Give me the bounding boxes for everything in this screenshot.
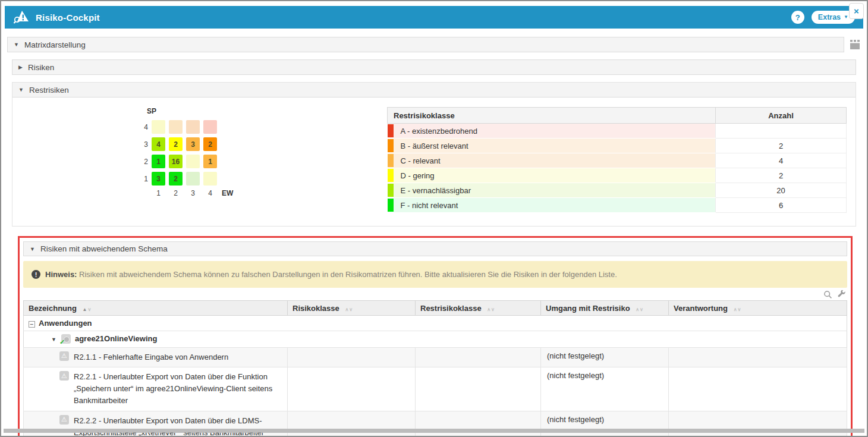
class-label: D - gering [401, 171, 435, 180]
section-risiken-label: Risiken [28, 63, 54, 72]
class-color-chip [388, 124, 394, 137]
risk-umgang: (nicht festgelegt) [541, 367, 669, 411]
app-label: agree21OnlineViewing [75, 334, 157, 343]
matrix-cell [186, 172, 200, 186]
risk-name: R2.2.2 - Unerlaubter Export von Daten üb… [74, 416, 264, 437]
close-button[interactable]: × [849, 3, 864, 19]
matrix-cell: 1 [152, 155, 165, 168]
help-button[interactable]: ? [791, 11, 804, 24]
risk-warning-icon: ⚠ [59, 415, 69, 425]
sort-icons: ∧∨ [734, 307, 742, 312]
hint-text: Hinweis: Risiken mit abweichendem Schema… [45, 270, 617, 279]
app-row-agree21onlineviewing[interactable]: ▼✓agree21OnlineViewing [24, 331, 847, 348]
sort-icons: ∧∨ [345, 307, 353, 312]
matrix-cell: 2 [203, 137, 217, 151]
risk-risikoklasse [288, 348, 416, 367]
grid-icon [850, 39, 861, 50]
check-icon: ✓ [59, 338, 65, 346]
column-label: Umgang mit Restrisiko [546, 304, 630, 313]
class-label: A - existenzbedrohend [401, 127, 477, 136]
section-restrisiken[interactable]: ▼ Restrisiken [12, 83, 856, 98]
restrisikoklassen-table-wrap: Restrisikoklasse Anzahl A - existenzbedr… [387, 107, 847, 213]
matrix-row-label: 3 [139, 140, 148, 149]
class-count [716, 124, 847, 139]
matrix-view-button[interactable] [848, 37, 862, 52]
section-restrisiken-label: Restrisiken [29, 86, 69, 95]
hint-body: Risiken mit abweichendem Schema können z… [79, 270, 617, 279]
column-header-risikoklasse[interactable]: Risikoklasse ∧∨ [288, 301, 416, 316]
sort-icons: ∧∨ [487, 307, 495, 312]
collapse-minus-icon[interactable]: − [29, 321, 35, 328]
class-color-chip [388, 199, 394, 212]
section-schema[interactable]: ▼ Risiken mit abweichendem Schema [23, 241, 847, 256]
restrisiken-content: SP 4 3 4 2 3 2 2 1 1 [12, 98, 856, 226]
class-label: E - vernachlässigbar [401, 186, 471, 195]
extras-label: Extras [818, 13, 841, 21]
matrix-row-label: 1 [139, 175, 148, 183]
risk-restrisikoklasse [416, 367, 541, 411]
risk-umgang: (nicht festgelegt) [541, 411, 669, 437]
matrix-col-label: 1 [152, 189, 165, 197]
risk-search-icon [13, 10, 31, 24]
hint-banner: ! Hinweis: Risiken mit abweichendem Sche… [23, 261, 847, 288]
matrix-cell [186, 120, 200, 134]
matrix-cell: 2 [169, 137, 183, 151]
section-schema-label: Risiken mit abweichendem Schema [40, 244, 168, 253]
matrix-cell: 4 [152, 137, 165, 151]
application-icon: ✓ [61, 334, 71, 344]
risk-verantwortung [669, 411, 847, 437]
column-label: Restrisikoklasse [420, 304, 482, 313]
matrix-row-label: 2 [139, 158, 148, 166]
class-label: C - relevant [401, 156, 441, 165]
schema-section-highlighted: ▼ Risiken mit abweichendem Schema ! Hinw… [18, 236, 853, 437]
class-count: 4 [716, 153, 847, 168]
risk-row[interactable]: ⚠ R2.2.2 - Unerlaubter Export von Daten … [24, 411, 847, 437]
collapse-caret-icon[interactable]: ▼ [51, 337, 56, 342]
matrix-row-sp2: 2 1 16 1 [139, 155, 243, 168]
risk-warning-icon: ⚠ [59, 371, 69, 381]
matrix-col-label: 3 [186, 189, 200, 197]
column-header-umgang[interactable]: Umgang mit Restrisiko ∧∨ [541, 301, 669, 316]
table-row: A - existenzbedrohend [388, 124, 847, 139]
table-row: E - vernachlässigbar 20 [388, 183, 847, 198]
column-header-bezeichnung[interactable]: Bezeichnung ▲∨ [24, 301, 288, 316]
matrix-row-sp3: 3 4 2 3 2 [139, 137, 243, 151]
column-header-restrisikoklasse[interactable]: Restrisikoklasse ∧∨ [416, 301, 541, 316]
app-window: Risiko-Cockpit ? Extras ▼ × ▼ Matrixdars… [0, 0, 868, 437]
matrix-cell: 16 [169, 155, 183, 168]
section-risiken[interactable]: ▶ Risiken [12, 59, 856, 75]
matrix-row-sp1: 1 3 2 [139, 172, 243, 186]
table-row: D - gering 2 [388, 168, 847, 183]
column-label: Bezeichnung [29, 304, 77, 313]
class-count: 2 [716, 168, 847, 183]
search-icon[interactable] [823, 290, 832, 299]
matrix-x-axis-label: EW [222, 189, 233, 197]
wrench-icon[interactable] [836, 290, 846, 299]
table-toolbar [23, 288, 847, 300]
collapse-caret-icon: ▼ [14, 42, 19, 48]
risk-row[interactable]: ⚠ R2.1.1 - Fehlerhafte Eingabe von Anwen… [24, 348, 847, 367]
risk-row[interactable]: ⚠ R2.2.1 - Unerlaubter Export von Daten … [24, 367, 847, 411]
column-header-verantwortung[interactable]: Verantwortung ∧∨ [669, 301, 847, 316]
table-row: C - relevant 4 [388, 153, 847, 168]
matrix-col-label: 2 [169, 189, 183, 197]
restrisiken-panel: ▼ Restrisiken SP 4 3 4 2 3 2 [12, 82, 856, 227]
table-row: B - äußerst relevant 2 [388, 139, 847, 153]
risk-restrisikoklasse [416, 348, 541, 367]
section-matrixdarstellung-label: Matrixdarstellung [24, 40, 86, 49]
matrix-cell [186, 155, 200, 168]
risk-name: R2.1.1 - Fehlerhafte Eingabe von Anwende… [74, 353, 228, 361]
risk-verantwortung [669, 348, 847, 367]
risk-name: R2.2.1 - Unerlaubter Export von Daten üb… [74, 372, 272, 405]
matrix-cell [203, 120, 217, 134]
chevron-down-icon: ▼ [844, 15, 848, 20]
class-color-chip [388, 154, 394, 167]
risk-risikoklasse [288, 411, 416, 437]
matrix-cell: 1 [203, 155, 217, 168]
column-label: Risikoklasse [293, 304, 339, 313]
page-title: Risiko-Cockpit [36, 12, 100, 23]
matrix-col-label: 4 [203, 189, 217, 197]
collapse-caret-icon: ▼ [18, 87, 24, 93]
matrix-x-axis: 1 2 3 4 EW [152, 189, 243, 197]
section-matrixdarstellung[interactable]: ▼ Matrixdarstellung [7, 37, 844, 52]
